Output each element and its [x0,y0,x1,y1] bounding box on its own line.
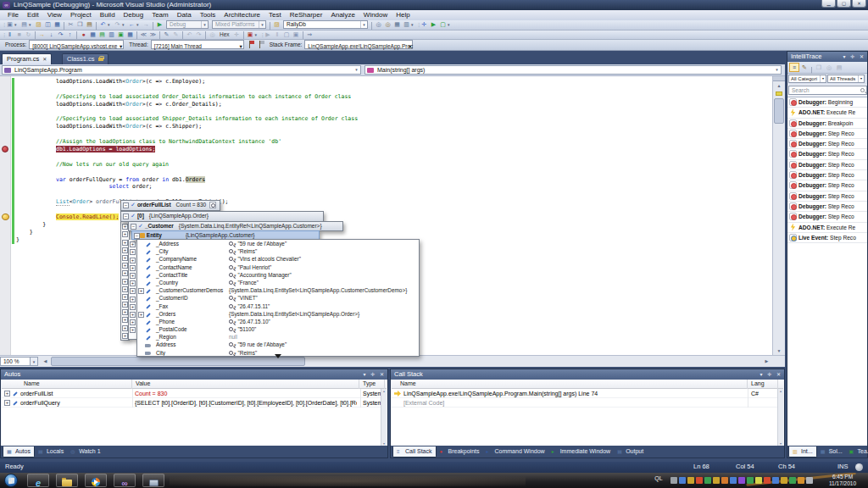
tab-breakpoints[interactable]: ●Breakpoints [437,446,483,458]
expand-icon[interactable] [130,241,136,247]
expand-icon[interactable] [130,327,136,333]
menu-analyze[interactable]: Analyze [326,10,359,20]
tab-int-[interactable]: ▥Int... [788,446,817,458]
intellitrace-event[interactable]: Debugger: Step Reco [787,129,867,139]
cut-icon[interactable]: ✂ [66,20,75,29]
tray-icon[interactable] [772,477,779,484]
step-over-icon[interactable]: ↷ [56,30,65,39]
expand-icon[interactable] [122,279,128,285]
expand-icon[interactable] [4,391,10,396]
autos-scrollbar[interactable] [381,389,387,446]
minimize-button[interactable]: ▁ [821,0,836,8]
datatip-member-row[interactable]: _Fax"26.47.15.11" [137,302,419,310]
expand-icon[interactable] [130,265,136,271]
expand-icon[interactable] [122,247,128,253]
zoom-dropdown[interactable] [31,357,38,366]
expand-icon[interactable] [122,302,128,308]
datatip-member-row[interactable]: _Orders{System.Data.Linq.EntitySet<LinQS… [137,310,419,318]
navigate-back-icon[interactable]: ← [127,20,136,29]
categories-combo[interactable]: All Categori [788,75,826,83]
expand-icon[interactable] [138,312,144,318]
paste-icon[interactable]: ▤ [85,20,94,29]
tab-program-cs[interactable]: Program.cs [2,53,52,64]
tray-icon[interactable] [798,477,804,484]
datatip-member-row[interactable]: _CompanyName"Vins et alcools Chevalier" [137,255,419,263]
filter-edit-icon[interactable]: ✎ [799,63,810,72]
magnifier-icon[interactable] [229,249,233,253]
doc-window2-icon[interactable]: ▣ [292,30,301,39]
run-secondary-icon[interactable]: ▶ [264,30,273,39]
expand-icon[interactable] [4,400,10,406]
tab-watch-1[interactable]: ◎Watch 1 [67,446,103,458]
expand-icon[interactable] [122,240,128,246]
tray-icon[interactable] [713,477,720,484]
indent-increase-icon[interactable]: ≫ [148,30,158,39]
taskbar-app-button[interactable] [142,474,164,487]
tab-sol-[interactable]: ▦Sol... [817,446,846,458]
datatip-orderfulllist[interactable]: orderFullListCount = 830 [120,200,220,211]
callstack-frame[interactable]: LinQSampleApp.exe!LinQSampleApp.Program.… [392,389,783,398]
expand-icon[interactable] [122,325,128,331]
tray-icon[interactable] [755,477,762,484]
tray-icon[interactable] [738,477,745,484]
tray-icon[interactable] [730,477,737,484]
tab-immediate-window[interactable]: ▸Immediate Window [548,446,615,458]
menu-window[interactable]: Window [359,10,392,20]
taskbar-visualstudio-button[interactable]: ∞ [114,474,136,487]
magnifier-icon[interactable] [229,265,233,269]
datatip-member-row[interactable]: Address"59 rue de l'Abbaye" [137,341,419,348]
menu-project[interactable]: Project [66,10,96,20]
current-statement-icon[interactable] [2,214,9,220]
next-bookmark-icon[interactable]: ⇒ [305,30,314,39]
solution-explorer-icon[interactable]: ▦ [392,20,402,29]
callstack-window-icon[interactable]: ▦ [125,30,135,39]
open-file-icon[interactable]: ▨ [34,20,43,29]
step-into-icon[interactable]: ↓ [47,30,56,39]
zoom-level[interactable]: 100 % [0,357,31,366]
indent-decrease-icon[interactable]: ≪ [139,30,148,39]
extension-manager-icon[interactable]: ✛ [420,20,429,29]
expand-icon[interactable] [122,286,128,292]
datatip-member-row[interactable]: _ContactTitle"Accounting Manager" [137,271,419,279]
add-item-icon[interactable]: ▤ [19,20,29,29]
tab-close-icon[interactable] [42,54,47,64]
magnifier-icon[interactable] [229,241,233,246]
taskbar-clock[interactable]: 6:45 PM 11/17/2010 [821,474,865,487]
datatip-member-row[interactable]: _CustomerID"VINET" [137,294,419,302]
tray-icon[interactable] [704,477,711,484]
tray-icon[interactable] [696,477,703,484]
collapse-icon[interactable] [123,214,129,219]
pointer-icon[interactable]: ✛ [232,30,242,39]
uncomment-icon[interactable]: ✎ [171,30,181,39]
taskbar-ie-button[interactable]: e [27,474,49,487]
comment-icon[interactable]: ✎ [162,30,171,39]
menu-architecture[interactable]: Architecture [220,10,264,20]
tray-icon[interactable] [687,477,694,484]
intellitrace-title-bar[interactable]: IntelliTrace [787,52,867,62]
intellitrace-event[interactable]: Debugger: Step Reco [787,170,867,180]
break-all-icon[interactable]: ‖ [5,30,14,39]
tab-tea-[interactable]: ▣Tea... [846,446,868,458]
intellitrace-event[interactable]: Debugger: Step Reco [787,139,867,149]
show-next-statement-icon[interactable]: → [37,30,47,39]
magnifier-icon[interactable] [229,296,233,300]
navigate-forward-icon[interactable]: → [142,20,151,29]
magnifier-icon[interactable] [229,280,233,285]
undo-nav-icon[interactable]: ↶ [185,30,194,39]
window-buttons[interactable] [760,370,782,380]
copy-icon[interactable]: ❐ [75,20,85,29]
autos-grid[interactable]: NameValueType orderFullListCount = 830Sy… [2,380,387,446]
expand-icon[interactable] [130,304,136,310]
stop-debugging-icon[interactable]: ■ [14,30,24,39]
hscroll-thumb[interactable] [51,357,305,366]
collapse-icon[interactable] [123,202,129,208]
scroll-thumb[interactable] [774,98,784,124]
undo-icon[interactable]: ↶ [98,20,108,29]
taskbar-wmp-button[interactable] [85,474,107,487]
solution-configurations-combo[interactable]: Debug [166,20,209,29]
process-combo-icon[interactable]: ▣ [246,30,255,39]
flag-gray-icon[interactable] [259,41,265,48]
redo-nav-icon[interactable]: ↷ [194,30,203,39]
collapse-icon[interactable] [134,233,140,239]
intellitrace-event[interactable]: Debugger: Step Reco [787,149,867,159]
